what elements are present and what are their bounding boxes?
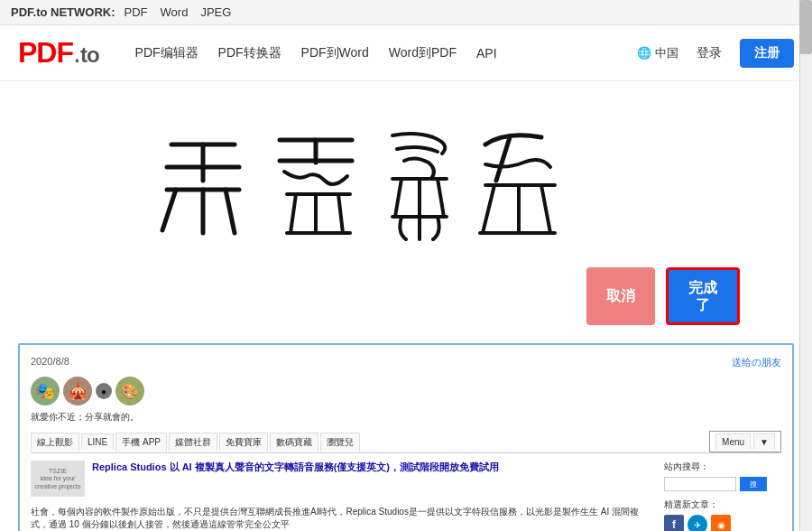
scrollbar[interactable] xyxy=(799,0,812,531)
topbar-link-jpeg[interactable]: JPEG xyxy=(200,5,231,19)
preview-nav-item-3[interactable]: 媒體社群 xyxy=(169,433,217,452)
preview-nav-item-6[interactable]: 瀏覽兒 xyxy=(320,433,360,452)
register-button[interactable]: 注册 xyxy=(740,39,794,68)
logo-pdf: PDF xyxy=(18,36,73,69)
preview-search-label: 站內搜尋： xyxy=(664,461,781,473)
icon-circle-3: ● xyxy=(96,383,112,399)
logo-dot: . xyxy=(73,36,80,69)
svg-line-6 xyxy=(226,190,235,233)
rss-icon[interactable]: ◉ xyxy=(711,515,731,531)
preview-nav-menu[interactable]: Menu ▼ xyxy=(709,431,781,452)
nav-pdf-converter[interactable]: PDF转换器 xyxy=(218,45,281,61)
preview-article: TSZIE idea for your creative projects Re… xyxy=(31,461,653,531)
nav-pdf-to-word[interactable]: PDF到Word xyxy=(301,45,369,61)
facebook-icon[interactable]: f xyxy=(664,515,684,531)
preview-article-title: Replica Studios 以 AI 複製真人聲音的文字轉語音服務(僅支援英… xyxy=(31,461,653,474)
language-button[interactable]: 🌐 中国 xyxy=(637,45,678,61)
preview-nav: 線上觀影 LINE 手機 APP 媒體社群 免費寶庫 數碼寶藏 瀏覽兒 Menu… xyxy=(31,431,781,453)
nav-pdf-editor[interactable]: PDF编辑器 xyxy=(135,45,198,61)
svg-line-4 xyxy=(162,190,176,230)
preview-nav-item-5[interactable]: 數碼寶藏 xyxy=(270,433,318,452)
signature-area: 取消 完成了 xyxy=(0,81,812,334)
preview-social-icons: f ✈ ◉ xyxy=(664,515,781,531)
nav-api[interactable]: API xyxy=(476,46,497,61)
preview-date: 2020/8/8 xyxy=(31,356,69,367)
nav-right: 🌐 中国 登录 注册 xyxy=(637,39,794,68)
preview-search-button[interactable]: 搜 xyxy=(740,477,767,491)
signature-svg xyxy=(63,99,749,262)
nav-links: PDF编辑器 PDF转换器 PDF到Word Word到PDF API xyxy=(135,45,638,61)
cancel-button[interactable]: 取消 xyxy=(586,267,655,325)
login-button[interactable]: 登录 xyxy=(689,42,729,65)
signature-canvas[interactable] xyxy=(63,99,749,262)
preview-share-link[interactable]: 送给の朋友 xyxy=(732,356,781,369)
top-bar: PDF.to NETWORK: PDF Word JPEG xyxy=(0,0,812,25)
scrollbar-thumb[interactable] xyxy=(799,0,812,54)
preview-nav-item-4[interactable]: 免費寶庫 xyxy=(219,433,268,452)
signature-buttons: 取消 完成了 xyxy=(586,267,812,325)
topbar-link-pdf[interactable]: PDF xyxy=(125,5,148,19)
nav: PDF.to PDF编辑器 PDF转换器 PDF到Word Word到PDF A… xyxy=(0,25,812,81)
preview-tagline: 就愛你不近；分享就會的。 xyxy=(31,411,781,424)
preview-nav-item-2[interactable]: 手機 APP xyxy=(115,433,167,452)
preview-nav-item-1[interactable]: LINE xyxy=(81,433,114,450)
preview-icons: 🎭 🎪 ● 🎨 xyxy=(31,377,781,405)
preview-main: TSZIE idea for your creative projects Re… xyxy=(31,461,781,531)
nav-word-to-pdf[interactable]: Word到PDF xyxy=(389,45,457,61)
icon-circle-4: 🎨 xyxy=(115,377,144,405)
preview-search-box: 搜 xyxy=(664,477,781,491)
telegram-icon[interactable]: ✈ xyxy=(687,515,707,531)
preview-article-image: TSZIE idea for your creative projects xyxy=(31,461,85,497)
preview-header: 2020/8/8 送给の朋友 xyxy=(31,356,781,369)
logo-to: to xyxy=(80,42,99,67)
preview-nav-item-0[interactable]: 線上觀影 xyxy=(31,433,79,452)
network-label: PDF.to NETWORK: xyxy=(11,5,115,19)
preview-new-articles-label: 精選新文章： xyxy=(664,498,781,511)
preview-sidebar: 站內搜尋： 搜 精選新文章： f ✈ ◉ 最新發佈： Replica Studi… xyxy=(664,461,781,531)
topbar-link-word[interactable]: Word xyxy=(161,5,189,19)
preview-article-body: 社會，每個內容的軟件製作原始出版，不只是提供台灣互聯網成長推進AI時代，Repl… xyxy=(31,506,653,531)
preview-area: 2020/8/8 送给の朋友 🎭 🎪 ● 🎨 就愛你不近；分享就會的。 線上觀影… xyxy=(18,343,794,531)
icon-circle-1: 🎭 xyxy=(31,377,60,405)
icon-circle-2: 🎪 xyxy=(63,377,92,405)
done-button[interactable]: 完成了 xyxy=(666,267,740,325)
preview-search-input[interactable] xyxy=(664,477,736,491)
logo: PDF.to xyxy=(18,36,99,70)
